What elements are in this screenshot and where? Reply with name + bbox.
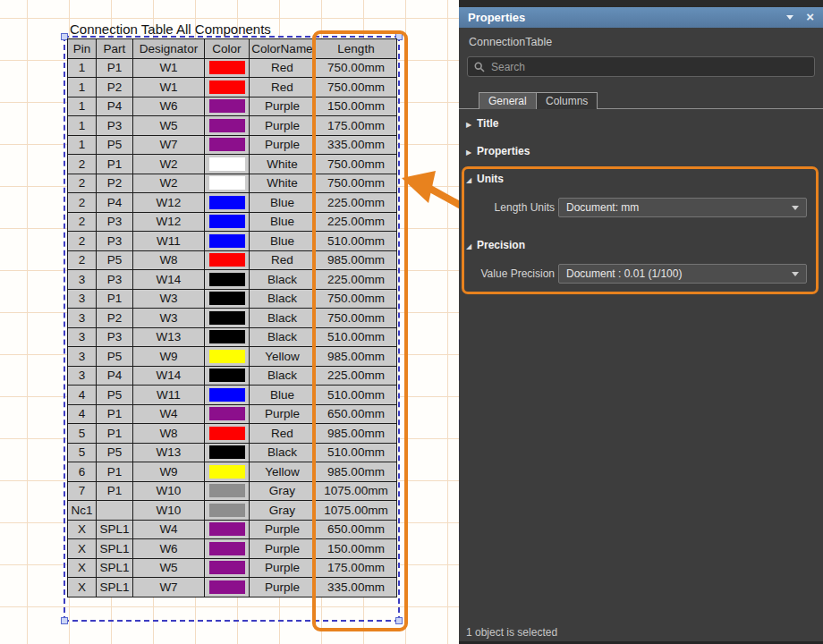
- table-row[interactable]: 1P2W1Red750.00mm: [68, 78, 397, 97]
- section-title[interactable]: ▶Title: [466, 117, 498, 130]
- panel-title: Properties: [468, 11, 774, 24]
- cell: P1: [97, 462, 133, 482]
- column-header-designator[interactable]: Designator: [133, 39, 205, 59]
- table-row[interactable]: Nc1W10Gray1075.00mm: [68, 501, 397, 521]
- cell: P1: [97, 481, 133, 501]
- cell: 150.00mm: [316, 539, 397, 559]
- cell: W10: [133, 481, 205, 501]
- table-row[interactable]: 2P3W11Blue510.00mm: [68, 232, 397, 251]
- column-header-pin[interactable]: Pin: [68, 39, 97, 59]
- cell: 3: [68, 309, 97, 328]
- table-row[interactable]: 4P1W4Purple650.00mm: [68, 404, 397, 424]
- table-row[interactable]: 1P5W7Purple335.00mm: [68, 135, 397, 155]
- table-row[interactable]: 5P1W8Red985.00mm: [68, 424, 397, 444]
- cell: 985.00mm: [316, 424, 397, 444]
- cell: Black: [250, 309, 316, 328]
- table-row[interactable]: XSPL1W7Purple335.00mm: [68, 578, 397, 597]
- cell: SPL1: [97, 539, 133, 559]
- cell-color: [205, 232, 250, 251]
- tab-columns[interactable]: Columns: [536, 92, 598, 109]
- table-row[interactable]: 5P5W13Black510.00mm: [68, 443, 397, 462]
- selection-handle[interactable]: [395, 617, 403, 624]
- column-header-part[interactable]: Part: [97, 39, 133, 59]
- cell-color: [205, 443, 250, 462]
- panel-top-strip: [459, 0, 823, 7]
- cell: W6: [133, 539, 205, 559]
- cell: 6: [68, 462, 97, 482]
- cell: 3: [68, 270, 97, 290]
- cell: Blue: [250, 386, 316, 405]
- table-row[interactable]: 3P4W14Black225.00mm: [68, 366, 397, 386]
- column-header-color[interactable]: Color: [205, 39, 250, 59]
- section-units[interactable]: ◢Units: [466, 173, 504, 185]
- close-icon[interactable]: ×: [806, 10, 814, 23]
- table-row[interactable]: 3P5W9Yellow985.00mm: [68, 347, 397, 367]
- section-properties[interactable]: ▶Properties: [466, 145, 530, 157]
- cell: Blue: [250, 193, 316, 213]
- table-row[interactable]: 2P2W2White750.00mm: [68, 174, 397, 193]
- table-row[interactable]: XSPL1W6Purple150.00mm: [68, 539, 397, 559]
- cell: 750.00mm: [316, 155, 397, 174]
- triangle-expanded-icon: ◢: [466, 176, 477, 184]
- table-row[interactable]: 2P5W8Red985.00mm: [68, 250, 397, 270]
- cell-color: [205, 558, 250, 578]
- color-swatch: [209, 561, 245, 574]
- column-header-colorname[interactable]: ColorName: [250, 39, 316, 59]
- table-row[interactable]: 6P1W9Yellow985.00mm: [68, 462, 397, 482]
- cell: 1075.00mm: [316, 481, 397, 501]
- color-swatch: [209, 388, 245, 402]
- cell: W4: [133, 404, 205, 424]
- selection-handle[interactable]: [61, 617, 68, 624]
- cell: Red: [250, 424, 316, 444]
- cell: 650.00mm: [316, 404, 397, 424]
- color-swatch: [209, 157, 245, 171]
- cell: 225.00mm: [316, 366, 397, 386]
- cell: Purple: [250, 135, 316, 155]
- table-row[interactable]: 3P1W3Black750.00mm: [68, 289, 397, 309]
- chevron-down-icon[interactable]: [786, 15, 793, 20]
- table-row[interactable]: 1P3W5Purple175.00mm: [68, 116, 397, 136]
- cell: 510.00mm: [316, 386, 397, 405]
- table-row[interactable]: 2P1W2White750.00mm: [68, 155, 397, 174]
- table-row[interactable]: 2P3W12Blue225.00mm: [68, 212, 397, 232]
- table-row[interactable]: 3P3W14Black225.00mm: [68, 270, 397, 290]
- color-swatch: [209, 407, 245, 420]
- chevron-right-icon: ▶: [466, 121, 477, 129]
- table-row[interactable]: XSPL1W5Purple175.00mm: [68, 558, 397, 578]
- table-row[interactable]: XSPL1W4Purple650.00mm: [68, 520, 397, 539]
- table-row[interactable]: 3P2W3Black750.00mm: [68, 309, 397, 328]
- color-swatch: [209, 215, 245, 228]
- connection-table[interactable]: PinPartDesignatorColorColorNameLength 1P…: [67, 38, 397, 597]
- value-precision-label: Value Precision: [470, 267, 555, 280]
- color-swatch: [209, 465, 245, 479]
- cell: Black: [250, 270, 316, 290]
- cell: 150.00mm: [316, 97, 397, 116]
- cell: SPL1: [97, 520, 133, 539]
- section-precision[interactable]: ◢Precision: [466, 239, 525, 251]
- cell: P5: [97, 443, 133, 462]
- table-row[interactable]: 4P5W11Blue510.00mm: [68, 386, 397, 405]
- table-row[interactable]: 7P1W10Gray1075.00mm: [68, 481, 397, 501]
- value-precision-dropdown[interactable]: Document : 0.01 (1/100): [558, 264, 807, 284]
- table-row[interactable]: 3P3W13Black510.00mm: [68, 327, 397, 347]
- cell: 3: [68, 366, 97, 386]
- table-row[interactable]: 1P1W1Red750.00mm: [68, 58, 397, 78]
- cell-color: [205, 97, 250, 116]
- cell: W14: [133, 366, 205, 386]
- cell: W9: [133, 462, 205, 482]
- search-input[interactable]: Search: [467, 56, 815, 77]
- table-row[interactable]: 1P4W6Purple150.00mm: [68, 97, 397, 116]
- table-row[interactable]: 2P4W12Blue225.00mm: [68, 193, 397, 213]
- tab-general[interactable]: General: [479, 92, 537, 109]
- cell: Red: [250, 250, 316, 270]
- cell: P5: [97, 250, 133, 270]
- cell-color: [205, 386, 250, 405]
- cell: 3: [68, 327, 97, 347]
- cell-color: [205, 250, 250, 270]
- cell: 1075.00mm: [316, 501, 397, 521]
- value-precision-value: Document : 0.01 (1/100): [566, 267, 792, 280]
- column-header-length[interactable]: Length: [316, 39, 397, 59]
- cell: 750.00mm: [316, 309, 397, 328]
- cell: Purple: [250, 578, 316, 597]
- length-units-dropdown[interactable]: Document: mm: [558, 198, 807, 217]
